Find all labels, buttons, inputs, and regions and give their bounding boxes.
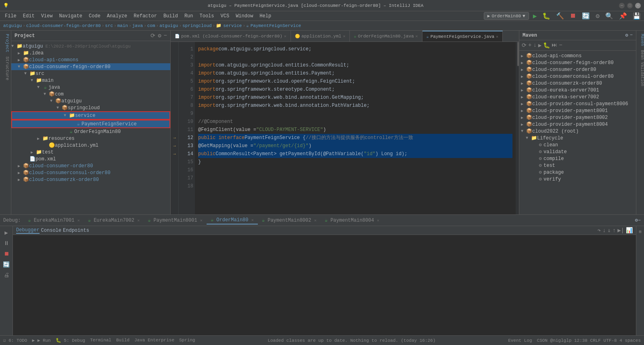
maven-verify[interactable]: ⚙ verify (519, 176, 636, 183)
menu-run[interactable]: Run (181, 12, 197, 20)
maven-run-icon[interactable]: ▶ (538, 42, 542, 49)
pin-button[interactable]: 📌 (617, 11, 629, 21)
maven-cloud-provider-consul[interactable]: ▶ 📦 cloud-provider-consul-payment8006 (519, 100, 636, 107)
debug-tool-run-cursor[interactable]: ▶| (617, 227, 624, 234)
maven-sidebar-label[interactable]: Maven (635, 32, 644, 48)
tree-item-atguigu[interactable]: ▼ 📁 atguigu E:\2022-06-29SpringCloud\atg… (11, 43, 170, 50)
tree-item-app-yml[interactable]: 🟡 application.yml (11, 142, 170, 149)
debug-tab-eureka7001[interactable]: ☕ EurekaMain7001 ✕ (24, 216, 84, 224)
debug-minimize-icon[interactable]: − (638, 218, 641, 223)
maven-reload-icon[interactable]: ⟳ (522, 42, 527, 49)
sidebar-project-icon[interactable]: Project (0, 32, 11, 54)
debug-tab-payment8001[interactable]: ☕ PaymentMain8001 ✕ (144, 216, 207, 224)
menu-vcs[interactable]: VCS (217, 12, 233, 20)
tree-item-springcloud[interactable]: ▼ 📦 springcloud (11, 104, 170, 111)
status-todo[interactable]: ☑ 6: TODO (3, 338, 27, 343)
bc-com[interactable]: com (147, 23, 155, 28)
tree-item-cloud-api-commons[interactable]: ▶ 📦 cloud-api-commons (11, 56, 170, 63)
tree-item-order-feign-main[interactable]: ☕ OrderFeignMain80 (11, 128, 170, 135)
debug-settings-icon[interactable]: ⚙ (635, 217, 638, 223)
menu-tools[interactable]: Tools (197, 12, 217, 20)
run-button[interactable]: ▶ (531, 11, 539, 21)
bc-java[interactable]: java (132, 23, 143, 28)
build-button[interactable]: 🔨 (554, 11, 566, 21)
maven-debug-icon[interactable]: 🐛 (543, 42, 550, 49)
sync-icon[interactable]: ⟳ (151, 32, 155, 39)
tree-item-pom[interactable]: 📄 pom.xml (11, 156, 170, 162)
debug-tab-payment8002[interactable]: ☕ PaymentMain8002 ✕ (258, 216, 321, 224)
stop-button[interactable]: ⏹ (568, 11, 578, 21)
maven-cloud-api-commons[interactable]: ▶ 📦 cloud-api-commons (519, 52, 636, 59)
maven-add-icon[interactable]: + (528, 42, 531, 49)
debug-rerun-icon[interactable]: 🔄 (1, 260, 12, 270)
tree-item-test[interactable]: ▶ 📁 test (11, 149, 170, 156)
maven-clean[interactable]: ⚙ clean (519, 141, 636, 148)
menu-navigate[interactable]: Navigate (56, 12, 86, 20)
maven-cloud-consumerzk[interactable]: ▶ 📦 cloud-consumerzk-order80 (519, 80, 636, 87)
maven-close-icon[interactable]: − (630, 32, 633, 38)
maven-cloud-provider-8004[interactable]: ▶ 📦 cloud-provider-payment8004 (519, 121, 636, 128)
debug-tab-eureka7002[interactable]: ☕ EurekaMain7002 ✕ (84, 216, 144, 224)
debug-tool-force-step[interactable]: ⇓ (607, 227, 611, 234)
debug-tool-step-over[interactable]: ↷ (597, 227, 600, 234)
menu-window[interactable]: Window (232, 12, 256, 20)
editor-scrollbar[interactable] (516, 42, 519, 214)
menu-view[interactable]: View (38, 12, 56, 20)
bc-src[interactable]: src (105, 23, 113, 28)
debug-tab-payment8004[interactable]: ☕ PaymentMain8004 ✕ (320, 216, 383, 224)
bc-main[interactable]: main (117, 23, 128, 28)
status-info[interactable]: CSON @niglglp 12:38 CRLF UTF-8 4 spaces (537, 338, 641, 343)
maven-validate[interactable]: ⚙ validate (519, 148, 636, 155)
maven-cloud-eureka7001[interactable]: ▶ 📦 cloud-eureka-server7001 (519, 87, 636, 94)
menu-edit[interactable]: Edit (20, 12, 38, 20)
maven-collapse-icon[interactable]: − (559, 42, 562, 49)
maven-skip-icon[interactable]: ⏭ (552, 42, 557, 49)
maven-cloud2022[interactable]: ▼ 📦 cloud2022 (root) (519, 128, 636, 135)
tab-pom-xml[interactable]: 📄 pom.xml (cloud-consumer-feign-order80)… (171, 31, 291, 42)
tree-item-main[interactable]: ▼ 📁 main (11, 77, 170, 84)
menu-help[interactable]: Help (256, 12, 274, 20)
maven-cloud-consumerconsul[interactable]: ▶ 📦 cloud-consumerconsul-order80 (519, 73, 636, 80)
tree-item-cloud-consumer-order80[interactable]: ▶ 📦 cloud-consumer-order80 (11, 162, 170, 169)
bc-atguigu[interactable]: atguigu (3, 23, 22, 28)
sidebar-structure-icon[interactable]: Structure (0, 55, 11, 82)
debug-tab-order80[interactable]: ☕ OrderMain80 ✕ (207, 216, 258, 224)
tab-payment-close[interactable]: ✕ (496, 34, 498, 39)
debug-panel-tab-console[interactable]: Console (41, 228, 61, 233)
tree-item-java[interactable]: ▼ ☕ java (11, 84, 170, 91)
tab-order-feign[interactable]: ☕ OrderFeignMain80.java ✕ (350, 31, 422, 42)
run-config-selector[interactable]: ▶ OrderMain80 ▼ (484, 12, 529, 20)
search-everywhere-button[interactable]: 🔍 (604, 11, 615, 21)
maximize-button[interactable]: □ (627, 3, 633, 8)
collapse-icon[interactable]: − (164, 32, 167, 39)
tree-item-cloud-consumerconsul[interactable]: ▶ 📦 cloud-consumerconsul-order80 (11, 169, 170, 176)
tree-item-com[interactable]: ▼ 📦 com (11, 91, 170, 98)
tab-pom-close[interactable]: ✕ (284, 34, 286, 39)
menu-refactor[interactable]: Refactor (130, 12, 160, 20)
bc-springcloud[interactable]: springcloud (182, 23, 212, 28)
settings-icon[interactable]: ⚙ (158, 32, 161, 39)
menu-file[interactable]: File (2, 12, 20, 20)
menu-build[interactable]: Build (160, 12, 181, 20)
maven-settings-icon[interactable]: ⚙ (625, 32, 628, 38)
debug-resize-icon[interactable]: ⊞ (635, 228, 644, 236)
bc-class[interactable]: PaymentFeignService (251, 23, 301, 28)
tree-item-service[interactable]: ▼ 📁 service (11, 111, 170, 120)
status-run[interactable]: ▶ ▶ Run (32, 338, 50, 343)
status-terminal[interactable]: Terminal (90, 338, 111, 343)
status-build[interactable]: Build (116, 338, 130, 343)
debug-tool-step-out[interactable]: ↑ (613, 227, 616, 234)
debug-tool-step-into[interactable]: ↓ (602, 227, 606, 234)
maven-cloud-provider-8001[interactable]: ▶ 📦 cloud-provider-payment8001 (519, 107, 636, 114)
debug-print-icon[interactable]: 🖨 (1, 270, 12, 280)
tree-item-payment-feign-service[interactable]: ☕ PaymentFeignService (11, 120, 170, 128)
maven-cloud-consumer-feign[interactable]: ▶ 📦 cloud-consumer-feign-order80 (519, 59, 636, 66)
code-content[interactable]: package com.atguigu.springcloud.service;… (195, 42, 516, 214)
tree-item-src[interactable]: ▼ 📁 src (11, 70, 170, 77)
settings-button[interactable]: ⚙ (594, 11, 601, 21)
maven-test[interactable]: ⚙ test (519, 162, 636, 169)
maven-cloud-consumer-order80[interactable]: ▶ 📦 cloud-consumer-order80 (519, 66, 636, 73)
tab-app-yml[interactable]: 🟡 application.yml ✕ (291, 31, 350, 42)
debug-tool-evaluate[interactable]: 📊 (626, 227, 633, 234)
maven-lifecycle[interactable]: ▼ 📁 Lifecycle (519, 135, 636, 141)
